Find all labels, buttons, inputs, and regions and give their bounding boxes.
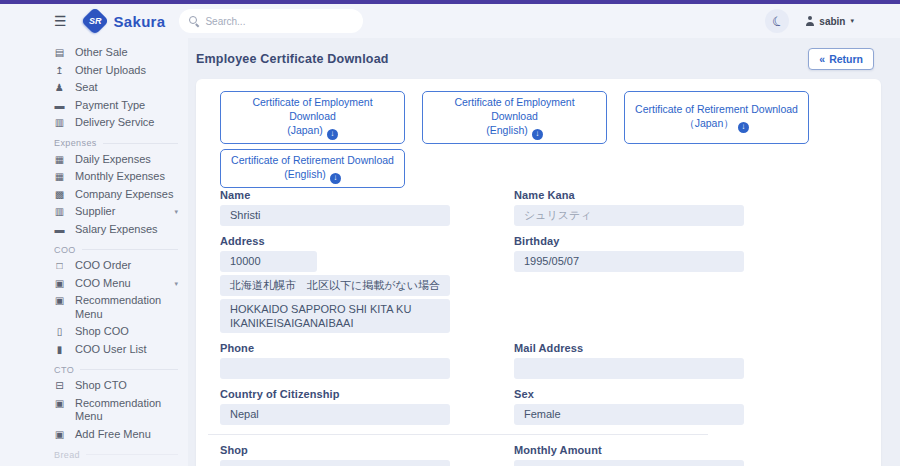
sidebar-item-label: Salary Expenses xyxy=(75,223,158,237)
sidebar-item-label: Company Expenses xyxy=(75,188,173,202)
sidebar-item-shop-coo[interactable]: ▯ Shop COO xyxy=(54,323,178,341)
menu-box-icon: ▣ xyxy=(54,428,65,442)
sidebar-item-label: Add Free Menu xyxy=(75,428,151,442)
app-header: ☰ SR Sakura ☾ sabin ▾ xyxy=(0,4,900,38)
sidebar-item-company-expenses[interactable]: ▩ Company Expenses xyxy=(54,186,178,204)
sidebar-item-supplier[interactable]: ▥ Supplier ▾ xyxy=(54,203,178,221)
menu-box-icon: ▣ xyxy=(54,294,65,308)
sidebar-item-coo-menu[interactable]: ▣ COO Menu ▾ xyxy=(54,275,178,293)
sidebar-item-coo-order[interactable]: □ COO Order xyxy=(54,257,178,275)
country-field[interactable]: Nepal xyxy=(220,404,450,425)
download-arrow: ↓ xyxy=(741,122,745,133)
hamburger-menu-icon[interactable]: ☰ xyxy=(54,14,67,28)
search-input[interactable] xyxy=(205,16,353,27)
cert-button-line2: (Japan) xyxy=(287,124,323,136)
menu-box-icon: ▣ xyxy=(54,277,65,291)
sidebar-item-coo-recommendation-menu[interactable]: ▣ Recommendation Menu xyxy=(54,292,178,323)
sidebar-item-other-sale[interactable]: ▤ Other Sale xyxy=(54,44,178,62)
postal-code-field[interactable]: 10000 xyxy=(220,251,317,272)
top-accent-bar xyxy=(0,0,900,4)
monitor-icon: ⊟ xyxy=(54,379,65,393)
cert-button-line2: (English) xyxy=(486,124,527,136)
sex-label: Sex xyxy=(514,388,744,401)
sidebar-item-label: Recommendation Menu xyxy=(75,397,178,424)
credit-card-icon: ▬ xyxy=(54,99,65,113)
sex-field[interactable]: Female xyxy=(514,404,744,425)
monthly-amount-label: Monthly Amount xyxy=(514,444,744,457)
sidebar-item-shop-cto[interactable]: ⊟ Shop CTO xyxy=(54,377,178,395)
sidebar-item-cto-recommendation-menu[interactable]: ▣ Recommendation Menu xyxy=(54,395,178,426)
cert-button-line1: Certificate of Retirement Download xyxy=(231,154,394,166)
moon-icon: ☾ xyxy=(770,13,785,29)
cert-retirement-english-button[interactable]: Certificate of Retirement Download (Engl… xyxy=(220,149,405,188)
sidebar-item-label: Other Uploads xyxy=(75,64,146,78)
cert-retirement-japan-button[interactable]: Certificate of Retirement Download （Japa… xyxy=(624,91,809,144)
brand-name: Sakura xyxy=(114,13,166,30)
cert-employment-english-button[interactable]: Certificate of Employment Download (Engl… xyxy=(422,91,607,144)
mail-address-label: Mail Address xyxy=(514,342,744,355)
dark-mode-toggle[interactable]: ☾ xyxy=(765,9,789,33)
birthday-group: Birthday 1995/05/07 xyxy=(514,235,744,333)
name-label: Name xyxy=(220,189,450,202)
shop-field[interactable]: Shukugawaraekimae xyxy=(220,460,450,466)
search-icon xyxy=(189,16,199,26)
clipboard-icon: □ xyxy=(54,259,65,273)
sidebar-item-add-free-menu[interactable]: ▣ Add Free Menu xyxy=(54,426,178,444)
section-label: Bread xyxy=(54,450,80,460)
download-arrow: ↓ xyxy=(535,129,539,140)
section-rule xyxy=(86,454,178,455)
download-icon: ↓ xyxy=(532,129,543,140)
section-rule xyxy=(82,249,178,250)
sidebar-item-label: Recommendation Menu xyxy=(75,294,178,321)
section-label: Expenses xyxy=(54,138,97,148)
seat-icon: ♟ xyxy=(54,81,65,95)
name-field[interactable]: Shristi xyxy=(220,205,450,226)
download-arrow: ↓ xyxy=(333,173,337,184)
header-actions: ☾ sabin ▾ xyxy=(765,9,854,33)
address-japanese-field[interactable]: 北海道札幌市 北区以下に掲載がない場合 xyxy=(220,275,450,296)
sidebar-item-label: COO Menu xyxy=(75,277,131,291)
sidebar-item-label: COO User List xyxy=(75,343,147,357)
employee-form: Name Shristi Name Kana シュリスティ Address 10… xyxy=(220,189,857,466)
sidebar-item-label: Daily Expenses xyxy=(75,153,151,167)
sidebar-item-label: Supplier xyxy=(75,205,115,219)
name-kana-field[interactable]: シュリスティ xyxy=(514,205,744,226)
sex-group: Sex Female xyxy=(514,388,744,425)
mail-address-field[interactable] xyxy=(514,358,744,379)
country-group: Country of Citizenship Nepal xyxy=(220,388,450,425)
sidebar-item-label: Shop CTO xyxy=(75,379,127,393)
tablet-icon: ▯ xyxy=(54,325,65,339)
sidebar-item-daily-expenses[interactable]: ▦ Daily Expenses xyxy=(54,151,178,169)
monthly-amount-group: Monthly Amount 200,000 xyxy=(514,444,744,466)
sidebar-item-seat[interactable]: ♟ Seat xyxy=(54,79,178,97)
page-title: Employee Certificate Download xyxy=(196,52,389,66)
brand-logo[interactable]: SR Sakura xyxy=(85,11,166,31)
sidebar-item-delivery-service[interactable]: ▥ Delivery Service xyxy=(54,114,178,132)
page-header-row: Employee Certificate Download « Return xyxy=(196,46,882,70)
address-romaji-field[interactable]: HOKKAIDO SAPPORO SHI KITA KU IKANIKEISAI… xyxy=(220,299,450,333)
sidebar-item-label: Shop COO xyxy=(75,325,129,339)
building-icon: ▩ xyxy=(54,188,65,202)
sidebar-item-salary-expenses[interactable]: ▬ Salary Expenses xyxy=(54,221,178,239)
sidebar-section-bread: Bread xyxy=(54,449,178,460)
sidebar-item-label: Seat xyxy=(75,81,98,95)
name-kana-group: Name Kana シュリスティ xyxy=(514,189,744,226)
birthday-field[interactable]: 1995/05/07 xyxy=(514,251,744,272)
section-label: CTO xyxy=(54,365,74,375)
sidebar-item-coo-user-list[interactable]: ▮ COO User List xyxy=(54,341,178,359)
sidebar-item-monthly-expenses[interactable]: ▦ Monthly Expenses xyxy=(54,168,178,186)
birthday-label: Birthday xyxy=(514,235,744,248)
monthly-amount-field[interactable]: 200,000 xyxy=(514,460,744,466)
cert-employment-japan-button[interactable]: Certificate of Employment Download (Japa… xyxy=(220,91,405,144)
user-menu[interactable]: sabin ▾ xyxy=(805,16,854,27)
calendar-icon: ▦ xyxy=(54,153,65,167)
sidebar-item-payment-type[interactable]: ▬ Payment Type xyxy=(54,97,178,115)
brand-monogram: SR xyxy=(88,16,101,26)
return-button[interactable]: « Return xyxy=(808,48,874,70)
download-icon: ↓ xyxy=(330,173,341,184)
main-content: Employee Certificate Download « Return C… xyxy=(188,38,900,466)
phone-field[interactable] xyxy=(220,358,450,379)
section-rule xyxy=(103,143,178,144)
sidebar-item-other-uploads[interactable]: ↥ Other Uploads xyxy=(54,62,178,80)
name-kana-label: Name Kana xyxy=(514,189,744,202)
